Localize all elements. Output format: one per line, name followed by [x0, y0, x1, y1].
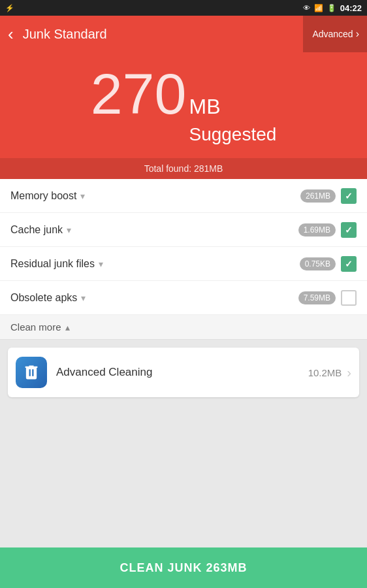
memory-boost-size: 261MB	[300, 189, 336, 203]
residual-junk-checkbox[interactable]	[341, 256, 357, 272]
hero-label: Suggested	[189, 124, 276, 145]
item-right-obsolete-apks: 7.59MB	[298, 290, 357, 306]
item-label-residual-junk: Residual junk files ▾	[10, 258, 300, 270]
back-icon: ‹	[8, 24, 14, 44]
wifi-icon: 📶	[314, 4, 323, 12]
residual-junk-expand-icon[interactable]: ▾	[99, 259, 103, 269]
advanced-cleaning-size: 10.2MB	[308, 367, 342, 378]
hero-total-text: Total found: 281MB	[144, 163, 223, 174]
list-item: Obsolete apks ▾ 7.59MB	[0, 281, 367, 315]
advanced-cleaning-title: Advanced Cleaning	[56, 366, 308, 379]
list-item: Residual junk files ▾ 0.75KB	[0, 247, 367, 281]
item-right-memory-boost: 261MB	[300, 188, 357, 204]
obsolete-apks-expand-icon[interactable]: ▾	[81, 293, 86, 303]
list-item: Cache junk ▾ 1.69MB	[0, 213, 367, 247]
obsolete-apks-text: Obsolete apks	[10, 292, 77, 304]
obsolete-apks-size: 7.59MB	[298, 291, 336, 304]
memory-boost-expand-icon[interactable]: ▾	[80, 191, 85, 201]
item-right-cache-junk: 1.69MB	[298, 222, 357, 238]
trash-icon	[22, 363, 40, 382]
status-bar: ⚡ 👁 📶 🔋 04:22	[0, 0, 367, 16]
hero-size-display: 270 MB Suggested	[91, 65, 277, 155]
battery-icon: 🔋	[327, 4, 336, 12]
status-time: 04:22	[340, 3, 362, 13]
clean-more-section[interactable]: Clean more ▴	[0, 315, 367, 340]
advanced-chevron-icon: ›	[356, 28, 359, 40]
residual-junk-size: 0.75KB	[300, 257, 336, 270]
clean-junk-label: CLEAN JUNK 263MB	[120, 561, 247, 575]
item-right-residual-junk: 0.75KB	[300, 256, 357, 272]
hero-section: 270 MB Suggested Total found: 281MB	[0, 52, 367, 179]
back-button[interactable]: ‹ Junk Standard	[8, 24, 107, 44]
clean-junk-button[interactable]: CLEAN JUNK 263MB	[0, 547, 367, 588]
advanced-label: Advanced	[312, 29, 353, 39]
page-title: Junk Standard	[23, 27, 107, 42]
eye-icon: 👁	[303, 4, 310, 12]
item-label-obsolete-apks: Obsolete apks ▾	[10, 292, 298, 304]
app-header: ‹ Junk Standard Advanced ›	[0, 16, 367, 52]
cache-junk-size: 1.69MB	[298, 223, 336, 237]
advanced-cleaning-chevron-icon: ›	[347, 365, 351, 380]
item-label-cache-junk: Cache junk ▾	[10, 224, 298, 236]
residual-junk-text: Residual junk files	[10, 258, 95, 270]
list-item: Memory boost ▾ 261MB	[0, 179, 367, 213]
usb-icon: ⚡	[5, 4, 14, 12]
clean-more-label: Clean more	[10, 321, 61, 333]
memory-boost-checkbox[interactable]	[341, 188, 357, 204]
item-label-memory-boost: Memory boost ▾	[10, 190, 300, 202]
hero-unit: MB	[189, 95, 220, 119]
advanced-cleaning-card[interactable]: Advanced Cleaning 10.2MB ›	[8, 348, 359, 397]
junk-list: Memory boost ▾ 261MB Cache junk ▾ 1.69MB…	[0, 179, 367, 315]
cache-junk-expand-icon[interactable]: ▾	[67, 225, 71, 235]
hero-total: Total found: 281MB	[0, 158, 367, 179]
obsolete-apks-checkbox[interactable]	[341, 290, 357, 306]
memory-boost-text: Memory boost	[10, 190, 76, 202]
advanced-cleaning-icon	[16, 357, 47, 388]
clean-more-collapse-icon: ▴	[65, 322, 70, 333]
advanced-button[interactable]: Advanced ›	[303, 16, 367, 52]
cache-junk-text: Cache junk	[10, 224, 63, 236]
hero-number: 270	[91, 65, 187, 123]
cache-junk-checkbox[interactable]	[341, 222, 357, 238]
